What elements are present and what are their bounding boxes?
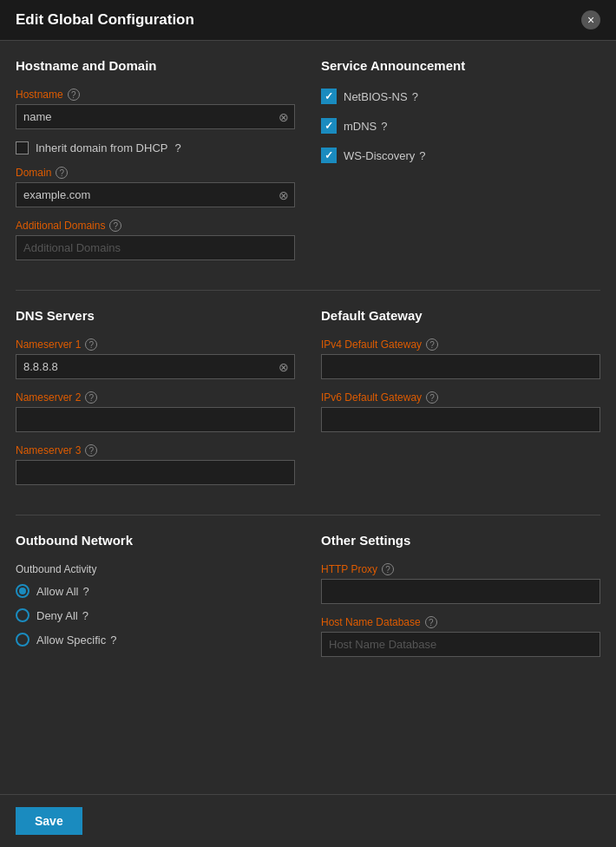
netbios-checkbox[interactable]: [321, 89, 337, 104]
inherit-domain-label: Inherit domain from DHCP: [36, 141, 167, 154]
outbound-network-title: Outbound Network: [16, 533, 295, 548]
additional-domains-input[interactable]: [16, 235, 295, 260]
hostname-help-icon[interactable]: ?: [68, 89, 80, 101]
default-gateway-section: Default Gateway IPv4 Default Gateway ? I…: [321, 308, 600, 497]
domain-clear-icon[interactable]: ⊗: [279, 188, 289, 202]
dns-gateway-section: DNS Servers Nameserver 1 ? ⊗ Nameserver …: [16, 308, 600, 497]
ns1-help-icon[interactable]: ?: [85, 338, 97, 351]
default-gateway-title: Default Gateway: [321, 308, 600, 323]
other-settings-section: Other Settings HTTP Proxy ? Host Name Da…: [321, 533, 600, 669]
wsdiscovery-item: WS-Discovery ?: [321, 148, 600, 163]
ns2-help-icon[interactable]: ?: [85, 391, 97, 404]
additional-domains-input-wrap: [16, 235, 295, 260]
divider-1: [16, 290, 600, 291]
allow-specific-label: Allow Specific ?: [36, 634, 116, 647]
host-name-db-help-icon[interactable]: ?: [425, 616, 437, 628]
ipv6-gateway-help-icon[interactable]: ?: [426, 391, 438, 404]
netbios-label: NetBIOS-NS ?: [344, 90, 418, 103]
deny-all-help-icon[interactable]: ?: [82, 609, 88, 622]
allow-all-help-icon[interactable]: ?: [82, 585, 88, 598]
outbound-activity-label: Outbound Activity: [16, 563, 295, 575]
hostname-input[interactable]: [16, 104, 295, 129]
outbound-other-section: Outbound Network Outbound Activity Allow…: [16, 533, 600, 669]
mdns-item: mDNS ?: [321, 118, 600, 134]
netbios-item: NetBIOS-NS ?: [321, 89, 600, 104]
modal-title: Edit Global Configuration: [16, 11, 194, 29]
ns1-input-wrap: ⊗: [16, 354, 295, 379]
dns-servers-section: DNS Servers Nameserver 1 ? ⊗ Nameserver …: [16, 308, 295, 497]
ipv6-gateway-input[interactable]: [321, 407, 600, 432]
domain-input-wrap: ⊗: [16, 182, 295, 207]
hostname-domain-section: Hostname and Domain Hostname ? ⊗ Inherit…: [16, 58, 295, 272]
service-announcement-section: Service Announcement NetBIOS-NS ? mDNS ?: [321, 58, 600, 272]
ns3-help-icon[interactable]: ?: [85, 444, 97, 456]
mdns-help-icon[interactable]: ?: [381, 120, 387, 133]
ipv4-gateway-help-icon[interactable]: ?: [426, 338, 438, 351]
hostname-label: Hostname ?: [16, 89, 295, 101]
hostname-input-wrap: ⊗: [16, 104, 295, 129]
inherit-domain-checkbox[interactable]: [16, 141, 29, 154]
domain-input[interactable]: [16, 182, 295, 207]
wsdiscovery-checkbox[interactable]: [321, 148, 337, 163]
domain-label: Domain ?: [16, 167, 295, 179]
http-proxy-input-wrap: [321, 579, 600, 604]
dns-servers-title: DNS Servers: [16, 308, 295, 323]
allow-specific-help-icon[interactable]: ?: [110, 634, 116, 647]
host-name-db-input-wrap: [321, 632, 600, 657]
ipv6-gateway-input-wrap: [321, 407, 600, 432]
host-name-db-input[interactable]: [321, 632, 600, 657]
inherit-domain-help-icon[interactable]: ?: [174, 141, 180, 154]
deny-all-row: Deny All ?: [16, 608, 295, 622]
ipv6-gateway-label: IPv6 Default Gateway ?: [321, 391, 600, 404]
ns2-input[interactable]: [16, 407, 295, 432]
ns2-input-wrap: [16, 407, 295, 432]
host-name-db-label: Host Name Database ?: [321, 616, 600, 628]
ipv4-gateway-input[interactable]: [321, 354, 600, 379]
hostname-clear-icon[interactable]: ⊗: [279, 110, 289, 124]
ns3-input[interactable]: [16, 460, 295, 485]
deny-all-radio[interactable]: [16, 608, 29, 622]
ns1-clear-icon[interactable]: ⊗: [279, 360, 289, 374]
allow-specific-row: Allow Specific ?: [16, 633, 295, 647]
close-button[interactable]: ×: [581, 10, 600, 30]
ns3-label: Nameserver 3 ?: [16, 444, 295, 456]
modal-header: Edit Global Configuration ×: [0, 0, 616, 41]
hostname-domain-title: Hostname and Domain: [16, 58, 295, 73]
service-announcement-title: Service Announcement: [321, 58, 600, 73]
deny-all-label: Deny All ?: [36, 609, 88, 622]
http-proxy-label: HTTP Proxy ?: [321, 563, 600, 575]
allow-all-label: Allow All ?: [36, 585, 89, 598]
http-proxy-input[interactable]: [321, 579, 600, 604]
additional-domains-label: Additional Domains ?: [16, 220, 295, 232]
outbound-network-section: Outbound Network Outbound Activity Allow…: [16, 533, 295, 669]
domain-help-icon[interactable]: ?: [56, 167, 68, 179]
http-proxy-help-icon[interactable]: ?: [382, 563, 394, 575]
ns2-label: Nameserver 2 ?: [16, 391, 295, 404]
modal-footer: Save: [0, 794, 616, 847]
ipv4-gateway-label: IPv4 Default Gateway ?: [321, 338, 600, 351]
ns3-input-wrap: [16, 460, 295, 485]
other-settings-title: Other Settings: [321, 533, 600, 548]
netbios-help-icon[interactable]: ?: [412, 90, 418, 103]
allow-all-radio[interactable]: [16, 584, 29, 598]
divider-2: [16, 515, 600, 515]
mdns-checkbox[interactable]: [321, 118, 337, 134]
allow-all-row: Allow All ?: [16, 584, 295, 598]
ipv4-gateway-input-wrap: [321, 354, 600, 379]
inherit-domain-row: Inherit domain from DHCP ?: [16, 141, 295, 154]
edit-global-config-modal: Edit Global Configuration × Hostname and…: [0, 0, 616, 847]
save-button[interactable]: Save: [16, 807, 82, 835]
ns1-label: Nameserver 1 ?: [16, 338, 295, 351]
additional-domains-help-icon[interactable]: ?: [109, 220, 121, 232]
modal-body: Hostname and Domain Hostname ? ⊗ Inherit…: [0, 41, 616, 794]
allow-specific-radio[interactable]: [16, 633, 29, 647]
ns1-input[interactable]: [16, 354, 295, 379]
mdns-label: mDNS ?: [344, 120, 388, 133]
top-section: Hostname and Domain Hostname ? ⊗ Inherit…: [16, 58, 600, 272]
wsdiscovery-label: WS-Discovery ?: [344, 149, 426, 162]
wsdiscovery-help-icon[interactable]: ?: [419, 149, 425, 162]
